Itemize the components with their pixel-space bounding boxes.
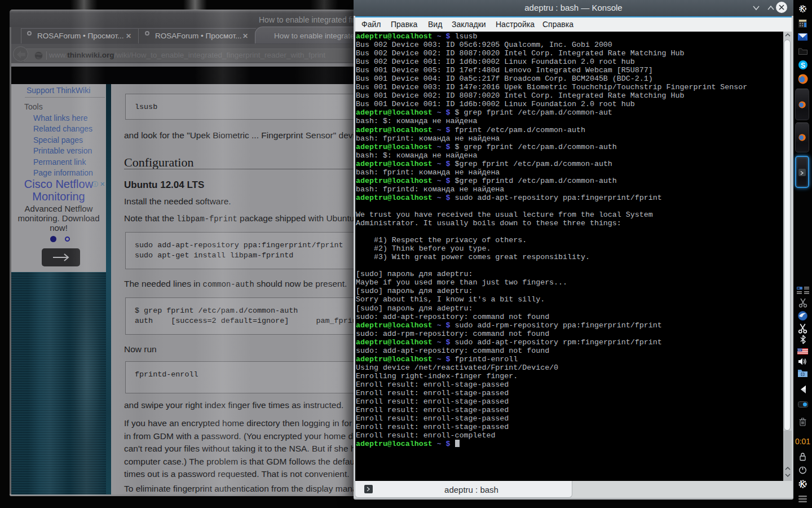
svg-text:K: K bbox=[800, 480, 805, 488]
svg-text:K: K bbox=[801, 5, 805, 12]
svg-text:S: S bbox=[800, 62, 805, 69]
